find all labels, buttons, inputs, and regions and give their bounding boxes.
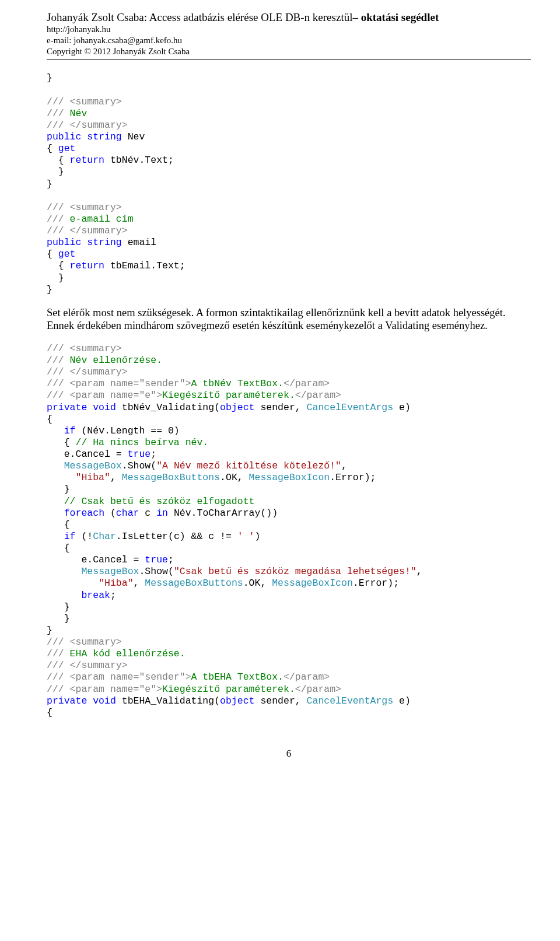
paragraph-1: Set elérők most nem szükségesek. A formo… (47, 306, 531, 333)
code-block-2: /// <summary> /// Név ellenőrzése. /// <… (47, 343, 531, 719)
page-header-title: Johanyák Zsolt Csaba: Access adatbázis e… (47, 11, 531, 24)
title-right: – oktatási segédlet (352, 11, 439, 23)
header-copyright: Copyright © 2012 Johanyák Zsolt Csaba (47, 46, 531, 57)
header-site: http://johanyak.hu (47, 24, 531, 35)
title-left: Johanyák Zsolt Csaba: Access adatbázis e… (47, 11, 352, 23)
code-block-1: } /// <summary> /// Név /// </summary> p… (47, 72, 531, 295)
header-email: e-mail: johanyak.csaba@gamf.kefo.hu (47, 35, 531, 46)
header-divider (47, 59, 531, 60)
page-number: 6 (47, 748, 531, 760)
